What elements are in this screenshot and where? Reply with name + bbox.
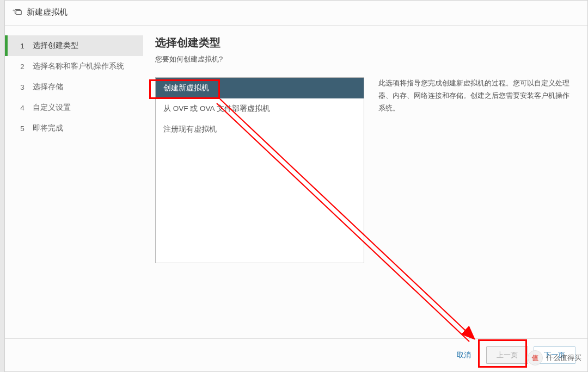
step-label: 自定义设置 <box>33 103 71 113</box>
option-create-new-vm[interactable]: 创建新虚拟机 <box>156 78 364 98</box>
watermark: 值 什么值得买 <box>528 350 581 365</box>
dialog-body: 1 选择创建类型 2 选择名称和客户机操作系统 3 选择存储 4 自定义设置 5… <box>5 26 587 338</box>
watermark-badge-icon: 值 <box>528 350 543 365</box>
dialog-footer: 取消 上一页 下一页 <box>5 338 587 371</box>
option-description: 此选项将指导您完成创建新虚拟机的过程。您可以自定义处理器、内存、网络连接和存储。… <box>378 77 573 114</box>
wizard-content: 选择创建类型 您要如何创建虚拟机? 创建新虚拟机 从 OVF 或 OVA 文件部… <box>143 26 587 338</box>
option-label: 从 OVF 或 OVA 文件部署虚拟机 <box>163 104 270 113</box>
step-1-select-creation-type[interactable]: 1 选择创建类型 <box>5 35 143 56</box>
option-register-existing-vm[interactable]: 注册现有虚拟机 <box>156 119 364 140</box>
cancel-button[interactable]: 取消 <box>457 350 471 360</box>
new-vm-dialog: + 新建虚拟机 1 选择创建类型 2 选择名称和客户机操作系统 3 选择存储 4 <box>4 0 588 372</box>
step-5-ready-to-complete[interactable]: 5 即将完成 <box>5 118 143 139</box>
dialog-title: 新建虚拟机 <box>27 7 68 17</box>
content-title: 选择创建类型 <box>155 35 573 50</box>
step-label: 选择名称和客户机操作系统 <box>33 61 124 71</box>
step-2-name-and-os[interactable]: 2 选择名称和客户机操作系统 <box>5 56 143 77</box>
step-number: 3 <box>20 83 25 91</box>
option-label: 创建新虚拟机 <box>163 84 209 92</box>
option-label: 注册现有虚拟机 <box>163 125 217 133</box>
wizard-steps-sidebar: 1 选择创建类型 2 选择名称和客户机操作系统 3 选择存储 4 自定义设置 5… <box>5 26 143 338</box>
step-4-customize-settings[interactable]: 4 自定义设置 <box>5 97 143 118</box>
svg-rect-2 <box>16 10 21 14</box>
step-number: 4 <box>20 104 25 112</box>
step-number: 1 <box>20 42 25 50</box>
dialog-header: + 新建虚拟机 <box>5 1 587 26</box>
step-3-select-storage[interactable]: 3 选择存储 <box>5 77 143 97</box>
creation-options-list: 创建新虚拟机 从 OVF 或 OVA 文件部署虚拟机 注册现有虚拟机 <box>155 77 364 263</box>
step-label: 即将完成 <box>33 123 63 133</box>
content-subtitle: 您要如何创建虚拟机? <box>155 54 573 64</box>
prev-button[interactable]: 上一页 <box>486 346 528 364</box>
step-label: 选择存储 <box>33 82 63 92</box>
vm-icon: + <box>13 8 22 17</box>
watermark-text: 什么值得买 <box>546 353 581 363</box>
option-deploy-from-ovf-ova[interactable]: 从 OVF 或 OVA 文件部署虚拟机 <box>156 98 364 119</box>
creation-type-row: 创建新虚拟机 从 OVF 或 OVA 文件部署虚拟机 注册现有虚拟机 此选项将指… <box>155 77 573 263</box>
step-number: 5 <box>20 125 25 133</box>
step-label: 选择创建类型 <box>33 41 78 51</box>
step-number: 2 <box>20 63 25 71</box>
